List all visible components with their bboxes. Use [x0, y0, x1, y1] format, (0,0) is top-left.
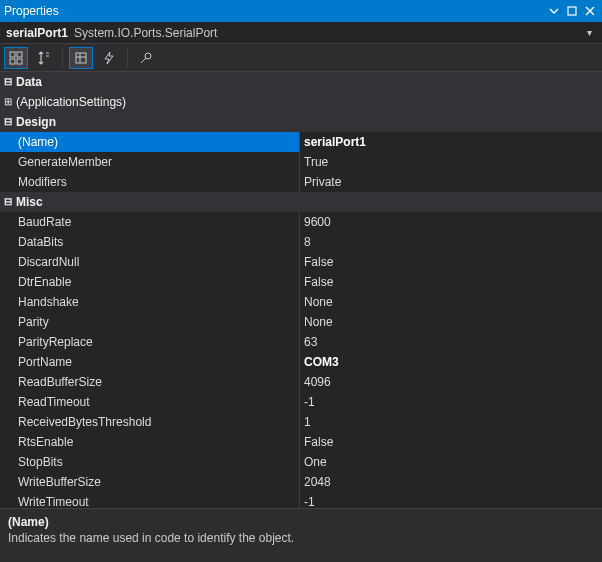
- property-value[interactable]: None: [300, 312, 602, 332]
- property-value[interactable]: True: [300, 152, 602, 172]
- property-value[interactable]: 63: [300, 332, 602, 352]
- property-row[interactable]: ReadTimeout-1: [0, 392, 602, 412]
- property-name: DataBits: [0, 232, 63, 252]
- property-row[interactable]: StopBitsOne: [0, 452, 602, 472]
- property-value[interactable]: False: [300, 272, 602, 292]
- property-pages-button[interactable]: [134, 47, 158, 69]
- window-title: Properties: [4, 4, 544, 18]
- property-value[interactable]: serialPort1: [300, 132, 602, 152]
- property-name: BaudRate: [0, 212, 71, 232]
- category-label: Design: [16, 112, 56, 132]
- property-name: Modifiers: [0, 172, 67, 192]
- categorized-button[interactable]: [4, 47, 28, 69]
- property-value[interactable]: None: [300, 292, 602, 312]
- window-options-icon[interactable]: [546, 3, 562, 19]
- property-row[interactable]: DataBits8: [0, 232, 602, 252]
- property-row[interactable]: ParityReplace63: [0, 332, 602, 352]
- description-text: Indicates the name used in code to ident…: [8, 531, 594, 545]
- property-row[interactable]: WriteTimeout-1: [0, 492, 602, 508]
- svg-rect-2: [17, 52, 22, 57]
- collapse-icon[interactable]: ⊟: [0, 192, 16, 212]
- property-row[interactable]: RtsEnableFalse: [0, 432, 602, 452]
- property-name: ReadTimeout: [0, 392, 90, 412]
- collapse-icon[interactable]: ⊟: [0, 72, 16, 92]
- property-value[interactable]: -1: [300, 392, 602, 412]
- property-value[interactable]: False: [300, 432, 602, 452]
- toolbar-separator: [127, 49, 128, 67]
- property-name: ReadBufferSize: [0, 372, 102, 392]
- toolbar-separator: [62, 49, 63, 67]
- property-name: RtsEnable: [0, 432, 73, 452]
- alphabetical-button[interactable]: [32, 47, 56, 69]
- property-row[interactable]: HandshakeNone: [0, 292, 602, 312]
- property-row[interactable]: WriteBufferSize2048: [0, 472, 602, 492]
- titlebar: Properties: [0, 0, 602, 22]
- property-value[interactable]: Private: [300, 172, 602, 192]
- collapse-icon[interactable]: ⊟: [0, 112, 16, 132]
- property-value[interactable]: -1: [300, 492, 602, 508]
- property-row[interactable]: ReceivedBytesThreshold1: [0, 412, 602, 432]
- category-row[interactable]: ⊞(ApplicationSettings): [0, 92, 602, 112]
- object-selector[interactable]: serialPort1 System.IO.Ports.SerialPort ▾: [0, 22, 602, 44]
- property-value[interactable]: COM3: [300, 352, 602, 372]
- close-icon[interactable]: [582, 3, 598, 19]
- chevron-down-icon[interactable]: ▾: [583, 25, 596, 40]
- events-button[interactable]: [97, 47, 121, 69]
- property-row[interactable]: DtrEnableFalse: [0, 272, 602, 292]
- property-name: DiscardNull: [0, 252, 79, 272]
- property-name: WriteTimeout: [0, 492, 89, 508]
- object-name: serialPort1: [6, 26, 68, 40]
- property-row[interactable]: GenerateMemberTrue: [0, 152, 602, 172]
- property-name: (Name): [0, 132, 58, 152]
- toolbar: [0, 44, 602, 72]
- property-name: WriteBufferSize: [0, 472, 101, 492]
- property-row[interactable]: (Name)serialPort1: [0, 132, 602, 152]
- property-row[interactable]: ParityNone: [0, 312, 602, 332]
- expand-icon[interactable]: ⊞: [0, 92, 16, 112]
- svg-rect-3: [10, 59, 15, 64]
- category-label: Data: [16, 72, 42, 92]
- property-name: DtrEnable: [0, 272, 71, 292]
- property-name: Parity: [0, 312, 49, 332]
- property-name: GenerateMember: [0, 152, 112, 172]
- property-row[interactable]: BaudRate9600: [0, 212, 602, 232]
- category-label: Misc: [16, 192, 43, 212]
- property-value[interactable]: False: [300, 252, 602, 272]
- svg-rect-1: [10, 52, 15, 57]
- svg-rect-0: [568, 7, 576, 15]
- property-name: ParityReplace: [0, 332, 93, 352]
- property-grid[interactable]: ⊟Data⊞(ApplicationSettings)⊟Design(Name)…: [0, 72, 602, 508]
- property-row[interactable]: ModifiersPrivate: [0, 172, 602, 192]
- property-name: ReceivedBytesThreshold: [0, 412, 151, 432]
- svg-rect-4: [17, 59, 22, 64]
- description-name: (Name): [8, 515, 594, 529]
- property-name: PortName: [0, 352, 72, 372]
- category-row[interactable]: ⊟Design: [0, 112, 602, 132]
- category-row[interactable]: ⊟Data: [0, 72, 602, 92]
- property-name: StopBits: [0, 452, 63, 472]
- object-type: System.IO.Ports.SerialPort: [74, 26, 217, 40]
- property-value[interactable]: 2048: [300, 472, 602, 492]
- properties-button[interactable]: [69, 47, 93, 69]
- property-value[interactable]: 4096: [300, 372, 602, 392]
- property-row[interactable]: ReadBufferSize4096: [0, 372, 602, 392]
- description-pane: (Name) Indicates the name used in code t…: [0, 508, 602, 562]
- property-value[interactable]: One: [300, 452, 602, 472]
- property-value[interactable]: 1: [300, 412, 602, 432]
- maximize-icon[interactable]: [564, 3, 580, 19]
- property-value[interactable]: 9600: [300, 212, 602, 232]
- property-value[interactable]: 8: [300, 232, 602, 252]
- property-name: Handshake: [0, 292, 79, 312]
- property-row[interactable]: DiscardNullFalse: [0, 252, 602, 272]
- property-row[interactable]: PortNameCOM3: [0, 352, 602, 372]
- category-row[interactable]: ⊟Misc: [0, 192, 602, 212]
- category-label: (ApplicationSettings): [16, 92, 126, 112]
- svg-rect-5: [76, 53, 86, 63]
